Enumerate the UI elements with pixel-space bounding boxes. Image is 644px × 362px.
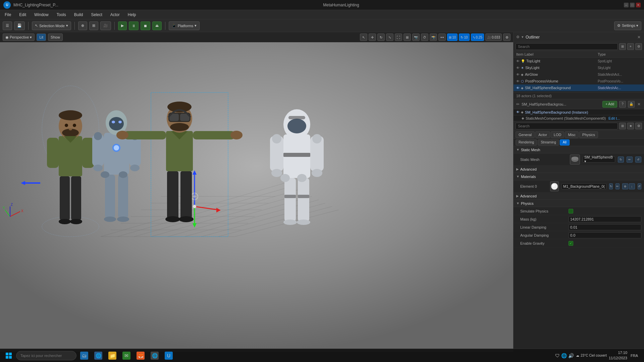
viewport-show-button[interactable]: Show [48, 34, 63, 41]
simulate-physics-checkbox[interactable] [569, 209, 573, 214]
mesh-edit-button[interactable]: ✏ [627, 157, 633, 163]
close-button[interactable]: ✕ [636, 3, 641, 7]
language-indicator[interactable]: FRA [629, 354, 639, 358]
outliner-row-halfsphere[interactable]: 👁 ◈ SM_HalfSphereBackground StaticMeshAc… [514, 84, 644, 91]
details-settings-button[interactable]: ⚙ [635, 123, 642, 129]
stop-button[interactable]: ⏹ [141, 21, 150, 30]
details-tab-misc[interactable]: Misc [565, 131, 579, 138]
details-add-button[interactable]: + Add [602, 101, 617, 108]
menu-tools[interactable]: Tools [55, 12, 67, 18]
mass-value[interactable]: 14207.212891 [569, 216, 641, 222]
details-question-button[interactable]: ? [619, 101, 626, 108]
enable-gravity-checkbox[interactable]: ✓ [569, 241, 573, 246]
details-tab-lod[interactable]: LOD [551, 131, 565, 138]
rotate-tool-button[interactable]: ↻ [377, 34, 385, 41]
sound-tray-icon[interactable]: 🔊 [568, 353, 574, 358]
taskbar-search-input[interactable] [16, 351, 76, 360]
details-subtab-rendering[interactable]: Rendering [516, 139, 537, 145]
menu-edit[interactable]: Edit [18, 12, 28, 18]
menu-actor[interactable]: Actor [109, 12, 121, 18]
details-search-input[interactable] [516, 123, 618, 129]
outliner-close-button[interactable]: ✕ [637, 35, 641, 40]
static-mesh-value[interactable]: SM_HalfSphereB ▾ [583, 157, 615, 163]
snap-angle-button[interactable]: ↻ 10 [459, 34, 469, 41]
camera-button[interactable]: 🎥 [100, 21, 111, 30]
camera-speed-button[interactable]: 🎥 0.033 [485, 34, 502, 41]
antivirus-tray-icon[interactable]: 🛡 [555, 353, 560, 358]
taskbar-app-explorer[interactable]: 🗂 [78, 349, 91, 362]
hamburger-menu-button[interactable]: ☰ [3, 21, 12, 30]
details-tab-actor[interactable]: Actor [535, 131, 550, 138]
outliner-search-input[interactable] [516, 43, 618, 50]
material-value[interactable]: M1_BackgroundPlane_0( [561, 183, 606, 189]
selection-mode-button[interactable]: ↖ Selection Mode ▾ [32, 21, 71, 30]
menu-help[interactable]: Help [126, 12, 138, 18]
taskbar-app-mail[interactable]: ✉ [120, 349, 133, 362]
viewport-perspective-button[interactable]: ◉ Perspective ▾ [3, 34, 35, 41]
play-button[interactable]: ▶ [118, 21, 127, 30]
menu-select[interactable]: Select [90, 12, 103, 18]
viewport[interactable]: ◉ Perspective ▾ Lit Show ↖ ✛ ↻ ⤡ ⛶ ⊞ 📷 ⏱… [0, 32, 513, 352]
taskbar-app-chrome[interactable]: 🌐 [148, 349, 161, 362]
outliner-settings-button[interactable]: ⚙ [635, 43, 642, 50]
select-tool-button[interactable]: ↖ [360, 34, 367, 41]
scale-tool-button[interactable]: ⤡ [386, 34, 393, 41]
taskbar-app-firefox[interactable]: 🦊 [134, 349, 147, 362]
screenshot-button[interactable]: 📸 [430, 34, 437, 41]
material-extra-btn1[interactable]: ⊕ [622, 183, 628, 189]
network-tray-icon[interactable]: 🌐 [561, 353, 567, 358]
mesh-browse-button[interactable]: ↻ [618, 157, 624, 163]
mesh-reset-button[interactable]: ↺ [635, 157, 641, 163]
details-subtab-all[interactable]: All [560, 139, 570, 145]
viewport-scene[interactable]: X Y Z [0, 42, 513, 352]
camera-options-button[interactable]: 📷 [412, 34, 420, 41]
viewport-lit-button[interactable]: Lit [37, 34, 46, 41]
outliner-content[interactable]: 👁 💡 TopLight SpotLight 👁 ☀ SkyLight SkyL… [514, 58, 644, 92]
menu-file[interactable]: File [3, 12, 12, 18]
maximize-viewport-button[interactable]: ⛶ [395, 34, 402, 41]
advanced-section-header[interactable]: ▶ Advanced [514, 166, 644, 173]
angular-damping-value[interactable]: 0.0 [569, 232, 641, 238]
outliner-row-toplight[interactable]: 👁 💡 TopLight SpotLight [514, 58, 644, 64]
material-extra-btn2[interactable]: ↓ [629, 183, 635, 189]
physics-section-header[interactable]: ▼ Physics [514, 200, 644, 207]
translate-tool-button[interactable]: ✛ [369, 34, 376, 41]
static-mesh-section-header[interactable]: ▼ Static Mesh [514, 146, 644, 154]
minimize-button[interactable]: ─ [624, 3, 629, 7]
taskbar-app-files[interactable]: 📁 [106, 349, 119, 362]
save-button[interactable]: 💾 [14, 21, 25, 30]
pause-button[interactable]: ⏸ [129, 21, 139, 30]
advanced2-section-header[interactable]: ▶ Advanced [514, 192, 644, 200]
linear-damping-value[interactable]: 0.01 [569, 224, 641, 230]
vr-button[interactable]: 👓 [438, 34, 446, 41]
outliner-row-skylight[interactable]: 👁 ☀ SkyLight SkyLight [514, 64, 644, 71]
realtime-button[interactable]: ⏱ [421, 34, 428, 41]
outliner-grid-button[interactable]: ⊞ [619, 43, 626, 50]
transform-button[interactable]: ⊕ [78, 21, 87, 30]
platforms-button[interactable]: 📱 Platforms ▾ [169, 21, 200, 30]
snap-scale-button[interactable]: ⤡ 0.25 [471, 34, 484, 41]
taskbar-app-edge[interactable]: 🌐 [92, 349, 105, 362]
grid-toggle-button[interactable]: ⊞ [404, 34, 411, 41]
material-reset-button[interactable]: ↺ [638, 183, 641, 189]
viewport-settings-button[interactable]: ⚙ [503, 34, 511, 41]
menu-window[interactable]: Window [33, 12, 50, 18]
details-subtab-streaming[interactable]: Streaming [538, 139, 559, 145]
details-tab-physics[interactable]: Physics [579, 131, 598, 138]
snap-button[interactable]: ⊞ [89, 21, 98, 30]
details-close-button[interactable]: ✕ [637, 102, 641, 107]
materials-section-header[interactable]: ▼ Materials [514, 173, 644, 180]
outliner-row-airglow[interactable]: 👁 ◈ AirGlow StaticMeshAct... [514, 71, 644, 78]
settings-button[interactable]: ⚙ Settings ▾ [614, 21, 641, 30]
details-star-filter[interactable]: ★ [627, 123, 634, 129]
maximize-button[interactable]: □ [630, 3, 635, 7]
sub-comp-action[interactable]: Edit t... [608, 116, 620, 120]
details-tab-general[interactable]: General [516, 131, 535, 138]
details-grid-view[interactable]: ⊞ [619, 123, 626, 129]
eject-button[interactable]: ⏏ [152, 21, 162, 30]
outliner-row-postprocess[interactable]: 👁 ⬡ PostProcessVolume PostProcessVo... [514, 78, 644, 84]
grid-size-button[interactable]: ⊞ 10 [447, 34, 458, 41]
material-browse-button[interactable]: ↻ [609, 183, 613, 189]
taskbar-app-ue[interactable]: U [162, 349, 175, 362]
menu-build[interactable]: Build [73, 12, 85, 18]
